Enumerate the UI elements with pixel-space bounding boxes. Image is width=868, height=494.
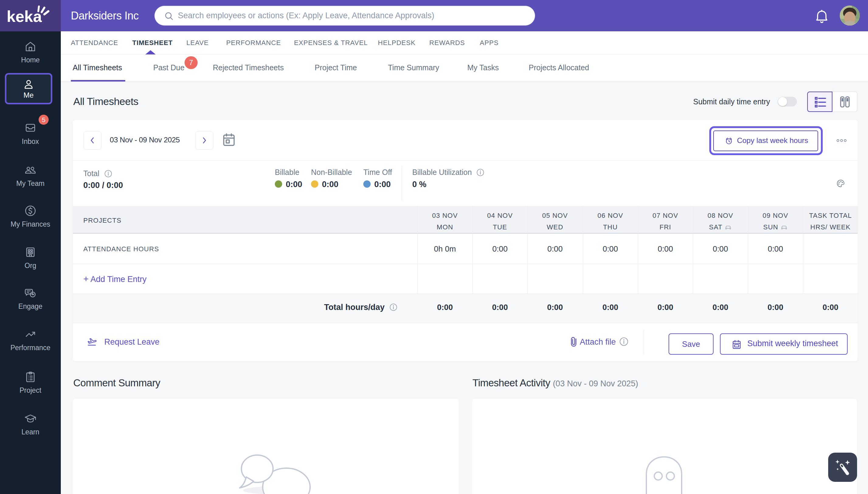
svg-text:keka: keka — [7, 7, 42, 25]
